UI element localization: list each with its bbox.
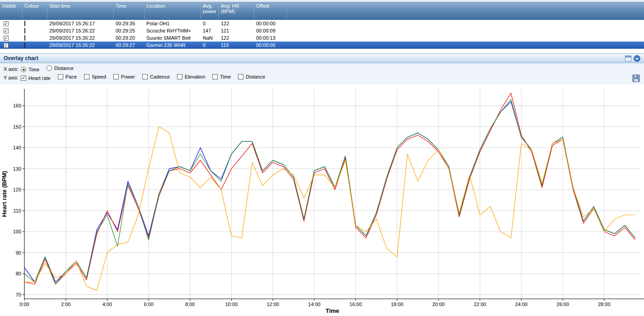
option-label: Power xyxy=(121,74,135,79)
y-tick-label: 70 xyxy=(16,292,21,297)
option-label: Elevation xyxy=(185,74,205,79)
cell-avg-power: NaN xyxy=(201,35,219,41)
y-axis-option-pace[interactable]: Pace xyxy=(58,74,77,79)
column-header-time[interactable]: Time xyxy=(114,2,145,19)
visible-checkbox[interactable]: ✓ xyxy=(4,36,9,41)
x-tick-label: 22:00 xyxy=(474,302,486,307)
visible-checkbox[interactable]: ✓ xyxy=(4,28,9,33)
x-axis-option-distance[interactable]: Distance xyxy=(47,65,74,71)
table-row[interactable]: ✓ 29/09/2017 15:26:22 00:29:25 Scosche R… xyxy=(0,27,644,34)
y-axis-option-distance[interactable]: Distance xyxy=(238,74,265,79)
checkbox-icon[interactable] xyxy=(58,74,63,79)
y-axis-option-speed[interactable]: Speed xyxy=(84,74,106,79)
visible-checkbox[interactable]: ✓ xyxy=(4,21,9,26)
x-tick-label: 2:00 xyxy=(61,302,70,307)
x-tick-label: 8:00 xyxy=(185,302,195,307)
column-header-start-time[interactable]: Start time xyxy=(47,2,114,19)
checkbox-icon[interactable] xyxy=(212,74,218,79)
column-header-avg-hr[interactable]: Avg. HR (BPM) xyxy=(219,2,254,19)
window-icon[interactable] xyxy=(625,56,631,61)
x-axis-option-time[interactable]: Time xyxy=(21,67,39,72)
table-row[interactable]: ✓ 29/09/2017 15:26:17 00:29:35 Polar OH1… xyxy=(0,20,644,27)
y-tick-label: 160 xyxy=(13,103,21,108)
cell-avg-hr: 122 xyxy=(219,21,254,26)
cell-start-time: 29/09/2017 15:26:22 xyxy=(47,35,114,41)
y-axis-option-heart-rate[interactable]: ✓Heart rate xyxy=(21,75,51,81)
y-tick-label: 90 xyxy=(16,250,21,256)
column-header-colour[interactable]: Colour xyxy=(23,2,47,19)
option-label: Time xyxy=(28,67,39,72)
y-axis-option-power[interactable]: Power xyxy=(113,74,135,79)
x-tick-label: 16:00 xyxy=(350,302,362,307)
cell-location: Suunto SMART Belt xyxy=(145,35,201,41)
colour-swatch[interactable] xyxy=(24,28,25,33)
cell-start-time: 29/09/2017 15:26:17 xyxy=(47,21,114,26)
column-header-avg-power[interactable]: Avg. power xyxy=(201,2,219,19)
overlay-chart-header-bar: Overlay chart xyxy=(0,53,644,63)
option-label: Time xyxy=(220,74,231,79)
radio-icon[interactable] xyxy=(21,67,26,72)
y-axis-label: Y axis: xyxy=(4,75,21,80)
checkbox-icon[interactable] xyxy=(113,74,119,79)
spacer xyxy=(0,49,644,53)
series-garmin-235-whr xyxy=(24,127,635,291)
y-tick-label: 120 xyxy=(13,187,21,192)
cell-location: Polar OH1 xyxy=(145,21,201,26)
cell-start-time: 29/09/2017 15:26:22 xyxy=(47,28,114,33)
cell-offset: 00:00:09 xyxy=(254,28,287,33)
save-chart-icon[interactable] xyxy=(632,74,640,83)
y-axis-option-elevation[interactable]: Elevation xyxy=(177,74,205,79)
checkbox-icon[interactable] xyxy=(177,74,182,79)
cell-avg-power: 147 xyxy=(201,28,219,33)
colour-swatch[interactable] xyxy=(24,21,25,26)
checkbox-icon[interactable] xyxy=(238,74,243,79)
option-label: Cadence xyxy=(150,74,170,79)
cell-offset: 00:00:00 xyxy=(254,21,287,26)
cell-avg-hr: 115 xyxy=(219,42,254,48)
checkbox-icon[interactable]: ✓ xyxy=(21,75,26,81)
x-tick-label: 24:00 xyxy=(515,302,528,307)
x-axis-label: X axis: xyxy=(4,66,21,72)
option-label: Heart rate xyxy=(28,75,51,81)
colour-swatch[interactable] xyxy=(24,35,25,41)
chart-controls: X axis: TimeDistance Y axis: ✓Heart rate… xyxy=(0,63,644,84)
x-tick-label: 20:00 xyxy=(432,302,445,307)
column-header-location[interactable]: Location xyxy=(145,2,201,19)
x-axis-options: TimeDistance xyxy=(21,65,81,73)
column-header-filler xyxy=(287,2,644,19)
checkbox-icon[interactable] xyxy=(84,74,89,79)
cell-avg-power: 0 xyxy=(201,21,219,26)
cell-time: 00:29:25 xyxy=(114,28,145,33)
cell-time: 00:29:27 xyxy=(114,42,145,48)
checkbox-icon[interactable] xyxy=(142,74,148,79)
x-tick-label: 6:00 xyxy=(144,302,153,307)
collapse-panel-icon[interactable] xyxy=(634,55,640,62)
cell-offset: 00:00:13 xyxy=(254,35,287,41)
y-axis-option-cadence[interactable]: Cadence xyxy=(142,74,170,79)
section-title: Overlay chart xyxy=(4,55,38,61)
cell-avg-hr: 121 xyxy=(219,28,254,33)
y-axis-option-time[interactable]: Time xyxy=(212,74,231,79)
table-row[interactable]: ✓ 29/09/2017 15:26:22 00:29:27 Garmin 23… xyxy=(0,42,644,49)
radio-icon[interactable] xyxy=(47,65,52,71)
cell-location: Garmin 235 WHR xyxy=(145,42,201,48)
cell-time: 00:29:35 xyxy=(114,21,145,26)
colour-swatch[interactable] xyxy=(24,42,25,48)
table-header: Visible Colour Start time Time Location … xyxy=(0,2,644,20)
cell-start-time: 29/09/2017 15:26:22 xyxy=(47,42,114,48)
visible-checkbox[interactable]: ✓ xyxy=(4,43,9,48)
x-tick-label: 18:00 xyxy=(391,302,404,307)
chart-area[interactable]: 7080901001101201301401501600:002:004:006… xyxy=(0,84,644,316)
y-tick-label: 110 xyxy=(13,208,21,214)
x-tick-label: 4:00 xyxy=(103,302,112,307)
column-header-offset[interactable]: Offset xyxy=(254,2,287,19)
y-tick-label: 150 xyxy=(13,124,21,130)
x-axis-title: Time xyxy=(326,307,339,314)
x-tick-label: 0:00 xyxy=(19,302,29,307)
table-row[interactable]: ✓ 29/09/2017 15:26:22 00:29:20 Suunto SM… xyxy=(0,34,644,42)
series-scosche-rhythm- xyxy=(24,93,635,284)
column-header-visible[interactable]: Visible xyxy=(0,2,23,19)
overlay-chart-svg[interactable]: 7080901001101201301401501600:002:004:006… xyxy=(0,84,644,316)
series-polar-oh1 xyxy=(24,102,635,282)
y-axis-options: ✓Heart ratePaceSpeedPowerCadenceElevatio… xyxy=(21,74,272,81)
